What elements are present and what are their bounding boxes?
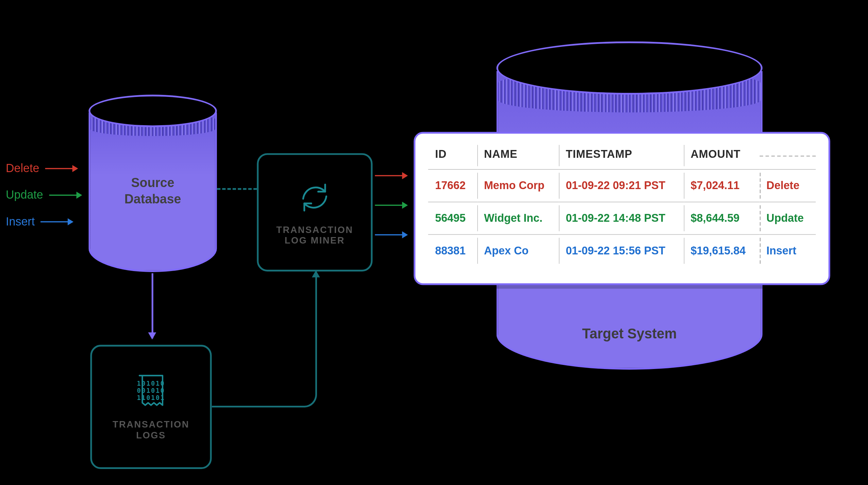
transaction-logs-label-line1: TRANSACTION bbox=[113, 419, 189, 430]
receipt-icon: 101010 001010 110101 bbox=[135, 373, 167, 411]
operation-insert-label: Insert bbox=[6, 215, 35, 228]
operation-insert: Insert bbox=[6, 215, 72, 228]
cylinder-top-icon bbox=[88, 95, 217, 127]
cell-amount: $7,024.11 bbox=[684, 169, 760, 202]
operation-delete-label: Delete bbox=[6, 162, 39, 175]
connector-source-to-logs bbox=[152, 273, 153, 338]
connector-miner-to-table-insert bbox=[375, 234, 407, 235]
source-database-label-line2: Database bbox=[88, 191, 217, 207]
operation-delete: Delete bbox=[6, 162, 77, 175]
connector-logs-to-miner bbox=[212, 271, 317, 407]
source-database: Source Database bbox=[88, 95, 217, 272]
cell-name: Apex Co bbox=[477, 235, 559, 267]
cell-timestamp: 01-09-22 14:48 PST bbox=[559, 202, 684, 235]
cell-name: Memo Corp bbox=[477, 169, 559, 202]
connector-source-to-miner bbox=[217, 188, 257, 190]
cell-amount: $19,615.84 bbox=[684, 235, 760, 267]
svg-text:001010: 001010 bbox=[137, 386, 165, 394]
col-name-header: NAME bbox=[477, 142, 559, 169]
col-timestamp-header: TIMESTAMP bbox=[559, 142, 684, 169]
table-row: 56495 Widget Inc. 01-09-22 14:48 PST $8,… bbox=[428, 202, 816, 235]
transaction-logs-label-line2: LOGS bbox=[113, 430, 189, 440]
col-amount-header: AMOUNT bbox=[684, 142, 760, 169]
log-miner-label-line2: LOG MINER bbox=[276, 235, 353, 246]
table-header-row: ID NAME TIMESTAMP AMOUNT bbox=[428, 142, 816, 169]
data-table-card: ID NAME TIMESTAMP AMOUNT 17662 Memo Corp… bbox=[414, 132, 830, 285]
log-miner-label: TRANSACTION LOG MINER bbox=[276, 225, 353, 246]
cell-timestamp: 01-09-22 15:56 PST bbox=[559, 235, 684, 267]
svg-text:101010: 101010 bbox=[137, 380, 165, 387]
cell-operation: Update bbox=[760, 202, 816, 235]
transaction-logs-label: TRANSACTION LOGS bbox=[113, 419, 189, 441]
arrow-right-icon bbox=[49, 194, 81, 195]
data-table: ID NAME TIMESTAMP AMOUNT 17662 Memo Corp… bbox=[428, 142, 816, 267]
cell-timestamp: 01-09-22 09:21 PST bbox=[559, 169, 684, 202]
cell-operation: Insert bbox=[760, 235, 816, 267]
svg-text:110101: 110101 bbox=[137, 394, 165, 401]
cylinder-top-icon bbox=[496, 41, 762, 95]
connector-miner-to-table-delete bbox=[375, 175, 407, 176]
arrow-right-icon bbox=[45, 168, 77, 169]
transaction-logs-node: 101010 001010 110101 TRANSACTION LOGS bbox=[90, 345, 212, 469]
cell-id: 56495 bbox=[428, 202, 477, 235]
cell-amount: $8,644.59 bbox=[684, 202, 760, 235]
cell-id: 17662 bbox=[428, 169, 477, 202]
transaction-log-miner-node: TRANSACTION LOG MINER bbox=[257, 153, 372, 271]
target-system-label: Target System bbox=[496, 325, 762, 342]
arrow-right-icon bbox=[40, 221, 72, 222]
log-miner-label-line1: TRANSACTION bbox=[276, 225, 353, 235]
table-row: 88381 Apex Co 01-09-22 15:56 PST $19,615… bbox=[428, 235, 816, 267]
col-operation-header bbox=[760, 142, 816, 169]
operation-update-label: Update bbox=[6, 188, 43, 202]
source-database-label: Source Database bbox=[88, 174, 217, 207]
cell-id: 88381 bbox=[428, 235, 477, 267]
table-row: 17662 Memo Corp 01-09-22 09:21 PST $7,02… bbox=[428, 169, 816, 202]
source-database-label-line1: Source bbox=[88, 174, 217, 191]
operation-update: Update bbox=[6, 188, 81, 202]
cell-name: Widget Inc. bbox=[477, 202, 559, 235]
cell-operation: Delete bbox=[760, 169, 816, 202]
connector-miner-to-table-update bbox=[375, 205, 407, 206]
col-id-header: ID bbox=[428, 142, 477, 169]
sync-icon bbox=[296, 179, 333, 216]
